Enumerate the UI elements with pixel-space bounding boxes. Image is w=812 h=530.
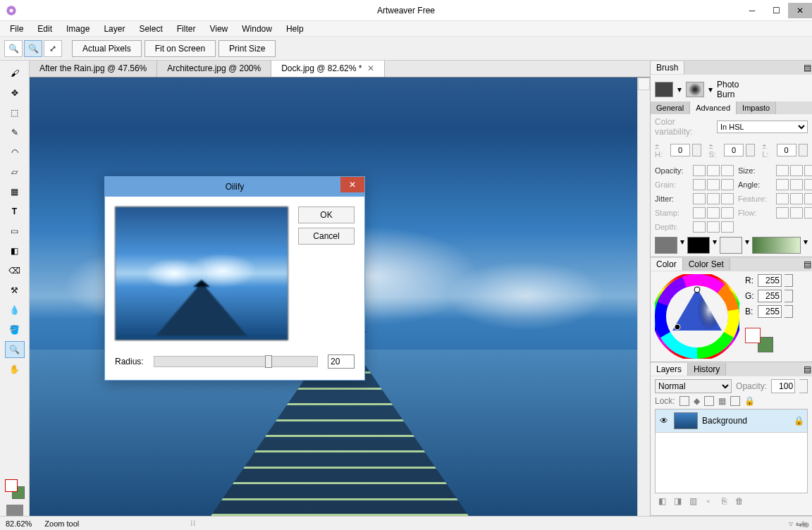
panel-menu-icon[interactable]: ▤: [802, 63, 812, 73]
eraser-tool-icon[interactable]: ⌫: [5, 262, 25, 279]
lum-input[interactable]: [777, 144, 796, 156]
lock-ck1[interactable]: [679, 396, 689, 406]
menu-filter[interactable]: Filter: [170, 22, 203, 36]
canvas[interactable]: Oilify ✕ OK Cancel Radius:: [30, 78, 650, 516]
menu-help[interactable]: Help: [279, 22, 311, 36]
pencil-tool-icon[interactable]: ✎: [5, 124, 25, 141]
window-close-button[interactable]: ✕: [788, 3, 812, 18]
cancel-button[interactable]: Cancel: [298, 228, 355, 245]
canvas-scrollbar[interactable]: [637, 78, 650, 516]
menu-image[interactable]: Image: [59, 22, 97, 36]
layer-fx-icon[interactable]: ◧: [656, 496, 668, 506]
dialog-titlebar[interactable]: Oilify ✕: [105, 177, 364, 197]
menu-view[interactable]: View: [202, 22, 235, 36]
brush-preset-icon[interactable]: [655, 82, 673, 97]
gradient-swatch[interactable]: [752, 237, 801, 254]
radius-input[interactable]: [328, 355, 355, 369]
menu-select[interactable]: Select: [132, 22, 169, 36]
history-tab[interactable]: History: [688, 363, 726, 376]
panel-menu-icon[interactable]: ▤: [802, 259, 812, 269]
panel-menu-icon[interactable]: ▤: [802, 364, 812, 374]
hand-tool-icon[interactable]: ✋: [5, 361, 25, 378]
texture-swatch-3[interactable]: [720, 237, 742, 254]
brush-dropdown-icon[interactable]: ▾: [677, 85, 682, 94]
menu-edit[interactable]: Edit: [30, 22, 59, 36]
sat-input[interactable]: [724, 144, 744, 156]
gradient-tool-icon[interactable]: ◧: [5, 242, 25, 259]
g-input[interactable]: [758, 290, 782, 302]
brush-tool-icon[interactable]: 🖌: [5, 65, 25, 82]
dialog-close-button[interactable]: ✕: [340, 177, 364, 192]
fit-on-screen-button[interactable]: Fit on Screen: [144, 40, 216, 57]
layer-item-background[interactable]: 👁 Background 🔒: [656, 409, 807, 433]
color-variability-select[interactable]: In HSL: [717, 121, 808, 133]
color-set-tab[interactable]: Color Set: [683, 258, 730, 271]
grid-tool-icon[interactable]: ▦: [5, 183, 25, 200]
menu-layer[interactable]: Layer: [97, 22, 132, 36]
crop-tool-icon[interactable]: ⬚: [5, 104, 25, 121]
layer-delete-icon[interactable]: 🗑: [734, 496, 745, 506]
stamp-ctrl[interactable]: [693, 207, 734, 218]
layer-copy-icon[interactable]: ⎘: [718, 496, 730, 506]
layers-tab[interactable]: Layers: [651, 363, 688, 376]
brush-panel-tab[interactable]: Brush: [651, 61, 684, 74]
stamp-tool-icon[interactable]: ⚒: [5, 282, 25, 299]
feature-ctrl[interactable]: [776, 193, 812, 204]
brush-tip-dropdown-icon[interactable]: ▾: [708, 85, 713, 94]
blend-mode-select[interactable]: Normal: [655, 379, 732, 393]
color-swatches[interactable]: [5, 479, 25, 499]
layer-group-icon[interactable]: ▥: [687, 496, 699, 506]
tab-after-the-rain[interactable]: After the Rain.jpg @ 47.56%: [30, 61, 157, 77]
fg-swatch[interactable]: [745, 328, 761, 343]
move-tool-icon[interactable]: ✥: [5, 85, 25, 101]
brush-tip-icon[interactable]: [686, 82, 704, 97]
subtab-advanced[interactable]: Advanced: [690, 101, 737, 114]
texture-swatch-1[interactable]: [655, 237, 677, 254]
lock-icon[interactable]: 🔒: [794, 416, 804, 426]
foreground-color-swatch[interactable]: [5, 479, 18, 492]
texture-swatch-2[interactable]: [687, 237, 710, 254]
layer-mask-icon[interactable]: ◨: [672, 496, 683, 506]
menu-file[interactable]: File: [3, 22, 30, 36]
angle-ctrl[interactable]: [776, 179, 812, 190]
flow-ctrl[interactable]: [776, 207, 812, 218]
opacity-ctrl[interactable]: [693, 165, 734, 176]
r-input[interactable]: [758, 274, 782, 287]
subtab-general[interactable]: General: [651, 101, 690, 114]
text-tool-icon[interactable]: T: [5, 203, 25, 220]
ok-button[interactable]: OK: [298, 207, 355, 223]
tab-dock[interactable]: Dock.jpg @ 82.62% *✕: [271, 61, 385, 77]
visibility-icon[interactable]: 👁: [658, 416, 670, 426]
zoom-in-icon[interactable]: 🔍: [24, 40, 42, 57]
color-tab[interactable]: Color: [651, 258, 683, 271]
maximize-button[interactable]: ☐: [764, 3, 788, 18]
radius-slider[interactable]: [154, 356, 318, 367]
fgbg-swatches[interactable]: [745, 328, 773, 356]
texture-swatch-icon[interactable]: [6, 505, 23, 516]
status-triangle-icon[interactable]: ▿: [789, 519, 793, 529]
shape-tool-icon[interactable]: ▭: [5, 223, 25, 240]
hue-dropdown[interactable]: [692, 144, 701, 156]
actual-pixels-button[interactable]: Actual Pixels: [72, 40, 142, 57]
b-input[interactable]: [758, 305, 782, 318]
lock-ck2[interactable]: [704, 396, 714, 406]
slider-knob[interactable]: [265, 355, 272, 368]
scroll-up-icon[interactable]: [638, 78, 650, 90]
sat-dropdown[interactable]: [746, 144, 755, 156]
print-size-button[interactable]: Print Size: [219, 40, 276, 57]
bucket-tool-icon[interactable]: 🪣: [5, 321, 25, 338]
size-ctrl[interactable]: [776, 165, 812, 176]
layer-list[interactable]: 👁 Background 🔒: [655, 409, 808, 493]
jitter-ctrl[interactable]: [693, 193, 734, 204]
minimize-button[interactable]: ─: [740, 3, 764, 18]
grain-ctrl[interactable]: [693, 179, 734, 190]
layer-opacity-input[interactable]: [771, 379, 795, 393]
hue-input[interactable]: [670, 144, 690, 156]
eyedropper-tool-icon[interactable]: 💧: [5, 302, 25, 319]
zoom-fit-icon[interactable]: ⤢: [44, 40, 62, 57]
menu-window[interactable]: Window: [235, 22, 279, 36]
tab-close-icon[interactable]: ✕: [367, 63, 374, 73]
tab-architecture[interactable]: Architecture.jpg @ 200%: [157, 61, 271, 77]
lum-dropdown[interactable]: [799, 144, 808, 156]
color-wheel[interactable]: [655, 274, 739, 359]
